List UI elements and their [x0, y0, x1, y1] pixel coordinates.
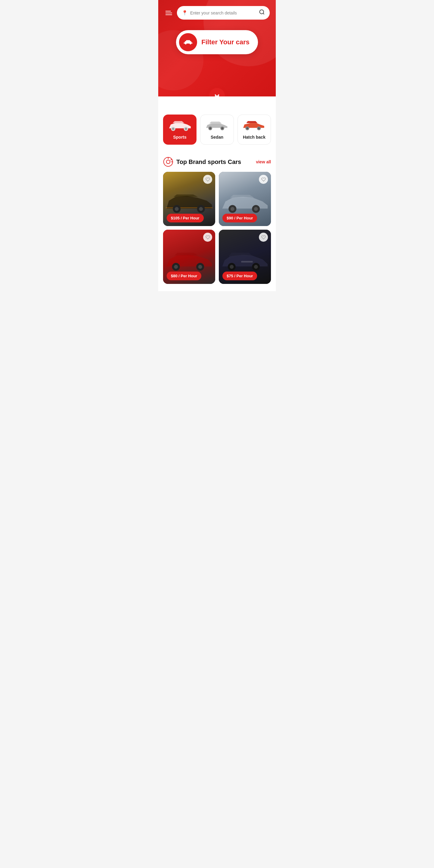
svg-point-37 — [254, 265, 258, 269]
svg-line-20 — [171, 159, 172, 160]
favorite-button-4[interactable] — [259, 233, 268, 242]
price-tag-4: $75 / Per Hour — [222, 272, 257, 280]
svg-point-18 — [166, 160, 170, 164]
search-bar[interactable]: 📍 — [177, 6, 270, 20]
section-header: Top Brand sports Cars view all — [163, 157, 271, 167]
hatchback-car-icon — [242, 120, 266, 132]
svg-point-25 — [199, 207, 203, 211]
svg-point-33 — [198, 265, 202, 269]
svg-point-8 — [185, 127, 187, 130]
favorite-button-3[interactable] — [203, 233, 212, 242]
car-card-3[interactable]: $80 / Per Hour — [163, 230, 215, 284]
sports-car-icon — [168, 120, 192, 132]
filter-car-icon-circle — [179, 33, 197, 51]
speed-icon — [163, 157, 173, 167]
scroll-down-button[interactable] — [209, 88, 225, 96]
sedan-label: Sedan — [211, 135, 223, 140]
category-row: Sports Sedan Hatch b — [163, 115, 271, 145]
svg-point-27 — [230, 207, 234, 211]
car-card-2[interactable]: $90 / Per Hour — [219, 172, 271, 226]
svg-line-1 — [263, 13, 264, 14]
search-button[interactable] — [259, 9, 265, 17]
location-icon: 📍 — [182, 10, 188, 16]
heart-icon-1 — [206, 177, 210, 182]
heart-icon-3 — [206, 235, 210, 240]
filter-label: Filter Your cars — [201, 38, 249, 46]
sports-label: Sports — [173, 135, 186, 140]
price-tag-2: $90 / Per Hour — [222, 214, 257, 222]
svg-point-10 — [209, 127, 211, 129]
heart-icon-2 — [261, 177, 266, 182]
heart-icon-4 — [261, 235, 266, 240]
hatchback-label: Hatch back — [243, 135, 266, 140]
category-card-sedan[interactable]: Sedan — [200, 115, 234, 145]
filter-pill[interactable]: Filter Your cars — [176, 30, 258, 54]
sedan-car-icon — [205, 120, 229, 132]
search-icon — [259, 9, 265, 15]
hero-section: 📍 Filter Your cars — [158, 0, 276, 96]
car-icon — [183, 37, 193, 48]
car-silhouette-3 — [166, 246, 213, 276]
svg-rect-38 — [241, 261, 253, 262]
category-card-hatchback[interactable]: Hatch back — [238, 115, 271, 145]
nav-bar: 📍 — [158, 0, 276, 24]
categories-section: Sports Sedan Hatch b — [158, 96, 276, 152]
search-input[interactable] — [190, 10, 256, 16]
svg-point-6 — [172, 127, 174, 130]
svg-point-0 — [260, 10, 264, 14]
category-card-sports[interactable]: Sports — [163, 115, 196, 145]
svg-point-23 — [175, 207, 179, 211]
svg-point-12 — [221, 127, 223, 129]
view-all-link[interactable]: view all — [256, 159, 271, 164]
cars-grid: $105 / Per Hour $90 / Per Hour — [163, 172, 271, 284]
section-title: Top Brand sports Cars — [176, 158, 241, 165]
price-tag-1: $105 / Per Hour — [167, 214, 204, 222]
car-silhouette-2 — [221, 188, 269, 218]
svg-rect-4 — [184, 42, 193, 43]
favorite-button-1[interactable] — [203, 175, 212, 184]
car-card-1[interactable]: $105 / Per Hour — [163, 172, 215, 226]
svg-point-35 — [230, 265, 234, 269]
car-silhouette-1 — [166, 188, 213, 218]
svg-point-31 — [174, 265, 178, 269]
svg-point-16 — [258, 127, 260, 129]
menu-button[interactable] — [164, 10, 173, 16]
svg-point-29 — [254, 207, 258, 211]
favorite-button-2[interactable] — [259, 175, 268, 184]
car-silhouette-4 — [221, 246, 269, 276]
top-brand-section: Top Brand sports Cars view all — [158, 152, 276, 291]
svg-point-14 — [247, 127, 248, 129]
chevron-down-icon — [213, 92, 221, 96]
section-title-group: Top Brand sports Cars — [163, 157, 241, 167]
price-tag-3: $80 / Per Hour — [167, 272, 201, 280]
hero-content: Filter Your cars — [158, 24, 276, 57]
car-card-4[interactable]: $75 / Per Hour — [219, 230, 271, 284]
